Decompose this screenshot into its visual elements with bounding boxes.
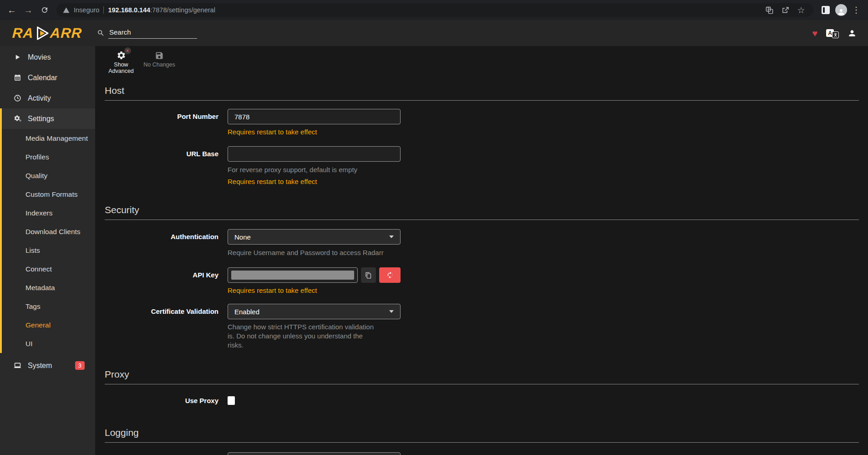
user-icon — [848, 29, 857, 38]
use-proxy-checkbox[interactable] — [228, 396, 235, 405]
api-key-hidden-value — [231, 271, 354, 280]
play-icon — [13, 54, 22, 61]
url-base-row: URL Base For reverse proxy support, defa… — [105, 146, 859, 185]
back-arrow-icon: ← — [7, 5, 16, 15]
search-input[interactable] — [108, 27, 197, 39]
sidebar-item-indexers[interactable]: Indexers — [0, 204, 95, 222]
sidebar-item-label: Movies — [28, 53, 51, 61]
donate-heart-button[interactable]: ♥ — [812, 29, 817, 38]
api-key-regenerate-button[interactable] — [379, 267, 401, 283]
star-icon: ☆ — [797, 6, 805, 15]
section-title-logging: Logging — [105, 427, 859, 443]
chevron-down-icon — [389, 235, 394, 238]
reload-icon — [41, 6, 49, 14]
log-level-select[interactable]: Info — [228, 452, 401, 455]
side-panel-button[interactable] — [820, 4, 832, 16]
section-title-host: Host — [105, 85, 859, 101]
gears-icon — [13, 115, 22, 123]
use-proxy-label: Use Proxy — [105, 396, 218, 405]
show-advanced-button[interactable]: × Show Advanced — [105, 49, 137, 74]
authentication-row: Authentication None Require Username and… — [105, 229, 859, 257]
browser-menu-button[interactable]: ⋮ — [851, 5, 862, 15]
api-key-input[interactable] — [228, 267, 358, 283]
sidebar-item-custom-formats[interactable]: Custom Formats — [0, 185, 95, 204]
copy-icon — [365, 272, 372, 279]
authentication-label: Authentication — [105, 229, 218, 245]
header-actions: ♥ A — [812, 28, 868, 38]
search-icon — [97, 29, 105, 37]
translate-button[interactable]: A — [826, 28, 839, 38]
sidebar-item-activity[interactable]: Activity — [0, 88, 95, 108]
authentication-value: None — [234, 233, 251, 241]
sidebar-item-connect[interactable]: Connect — [0, 260, 95, 278]
sidebar-item-general[interactable]: General — [0, 316, 95, 334]
bookmark-star-button[interactable]: ☆ — [795, 4, 807, 16]
no-changes-label: No Changes — [143, 61, 175, 68]
log-level-label: Log Level — [105, 452, 218, 455]
show-advanced-label: Show Advanced — [105, 61, 137, 74]
url-base-input[interactable] — [228, 146, 401, 162]
user-account-button[interactable] — [848, 29, 857, 38]
heart-icon: ♥ — [812, 28, 817, 38]
sidebar-item-system[interactable]: System 3 — [0, 355, 95, 376]
sidebar-item-label: Activity — [28, 94, 51, 102]
section-title-proxy: Proxy — [105, 369, 859, 384]
sidebar: Movies Calendar Activity Settings Media … — [0, 46, 95, 455]
sidebar-item-settings[interactable]: Settings — [0, 108, 95, 129]
authentication-help: Require Username and Password to access … — [228, 248, 401, 257]
clock-icon — [13, 94, 22, 102]
address-bar[interactable]: Inseguro 192.168.0.144:7878/settings/gen… — [56, 3, 813, 17]
forward-arrow-icon: → — [24, 5, 33, 15]
port-number-input[interactable] — [228, 109, 401, 124]
calendar-icon — [13, 74, 22, 82]
translate-page-button[interactable] — [763, 4, 775, 16]
url-base-help: For reverse proxy support, default is em… — [228, 165, 401, 174]
sidebar-item-label: Calendar — [28, 74, 57, 82]
browser-actions: ⋮ — [817, 4, 864, 16]
sidebar-item-movies[interactable]: Movies — [0, 47, 95, 67]
translate-glyph-icon — [832, 31, 839, 38]
address-divider — [103, 6, 104, 14]
sidebar-item-media-management[interactable]: Media Management — [0, 129, 95, 148]
authentication-select[interactable]: None — [228, 229, 401, 245]
share-button[interactable] — [779, 4, 791, 16]
certificate-validation-select[interactable]: Enabled — [228, 304, 401, 319]
logo-text-arr: ARR — [50, 25, 83, 41]
browser-profile-avatar[interactable] — [835, 4, 847, 16]
settings-nav-group: Settings Media Management Profiles Quali… — [0, 108, 95, 353]
no-changes-button[interactable]: No Changes — [143, 49, 176, 68]
api-key-copy-button[interactable] — [361, 267, 376, 283]
port-restart-warning: Requires restart to take effect — [228, 128, 401, 136]
url-base-label: URL Base — [105, 146, 218, 162]
logo-play-icon — [34, 25, 50, 41]
settings-general-page: × Show Advanced No Changes Host Port Num… — [95, 46, 868, 455]
api-key-row: API Key Requires restart to take effect — [105, 267, 859, 294]
sidebar-item-calendar[interactable]: Calendar — [0, 67, 95, 88]
sidebar-item-ui[interactable]: UI — [0, 334, 95, 353]
sidebar-item-download-clients[interactable]: Download Clients — [0, 222, 95, 241]
certificate-validation-help: Change how strict HTTPS certification va… — [228, 322, 380, 350]
radarr-logo[interactable]: RA ARR — [0, 25, 95, 41]
sidebar-item-quality[interactable]: Quality — [0, 166, 95, 185]
browser-back-button[interactable]: ← — [4, 2, 20, 18]
url-base-restart-warning: Requires restart to take effect — [228, 178, 401, 185]
browser-reload-button[interactable] — [36, 2, 53, 18]
system-health-badge: 3 — [75, 361, 85, 370]
browser-forward-button[interactable]: → — [20, 2, 36, 18]
api-key-restart-warning: Requires restart to take effect — [228, 286, 401, 294]
sidebar-item-label: System — [28, 362, 52, 370]
api-key-label: API Key — [105, 267, 218, 283]
not-secure-warning-icon — [63, 7, 70, 14]
sidebar-item-lists[interactable]: Lists — [0, 241, 95, 260]
chevron-down-icon — [389, 310, 394, 313]
log-level-row: Log Level Info — [105, 452, 859, 455]
sidebar-item-label: Settings — [28, 115, 54, 123]
sidebar-item-metadata[interactable]: Metadata — [0, 278, 95, 297]
global-search — [97, 27, 197, 39]
sidebar-item-tags[interactable]: Tags — [0, 297, 95, 316]
url-host: 192.168.0.144 — [108, 6, 150, 14]
url-text: 192.168.0.144:7878/settings/general — [108, 6, 215, 14]
url-path: :7878/settings/general — [150, 6, 215, 14]
app-header: RA ARR ♥ A — [0, 20, 868, 46]
sidebar-item-profiles[interactable]: Profiles — [0, 148, 95, 166]
